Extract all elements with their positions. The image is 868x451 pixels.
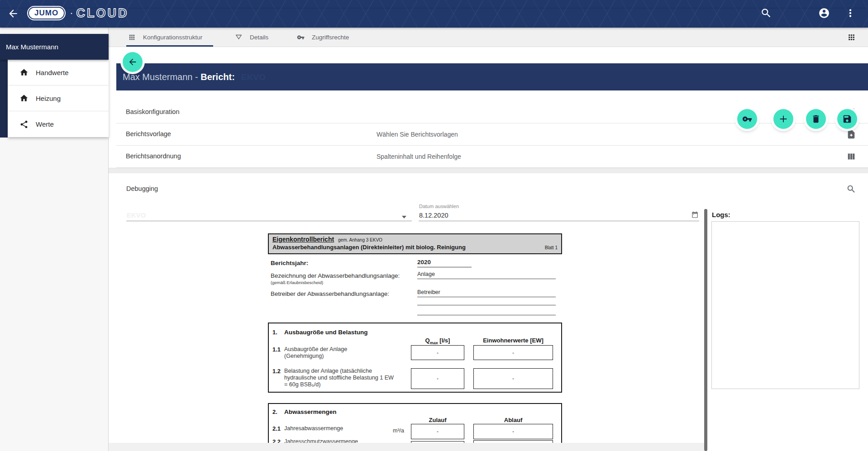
- field-empty-line[interactable]: [417, 305, 556, 305]
- row-unit: m³/a: [393, 427, 404, 434]
- field-label-year: Berichtsjahr:: [271, 260, 308, 266]
- field-value-name[interactable]: Anlage: [417, 271, 556, 279]
- section-title: Abwassermengen: [284, 408, 337, 415]
- date-field-value[interactable]: 8.12.2020: [419, 212, 448, 219]
- field-value-operator[interactable]: Betreiber: [417, 289, 556, 297]
- chevron-down-icon[interactable]: [402, 216, 406, 218]
- home-icon: [19, 94, 29, 103]
- date-field-underline[interactable]: [419, 221, 699, 221]
- logo-separator: ·: [70, 7, 73, 19]
- row-berichtsanordnung[interactable]: Berichtsanordnung Spalteninhalt und Reih…: [116, 146, 868, 168]
- report-select-value[interactable]: EKVO: [127, 211, 146, 219]
- sidebar-user-name: Max Mustermann: [6, 43, 58, 51]
- value-cell[interactable]: -: [411, 368, 464, 389]
- row-label: Jahresabwassermenge: [284, 425, 343, 432]
- home-icon: [19, 68, 29, 77]
- tab-label: Zugriffsrechte: [312, 34, 349, 41]
- report-header-band: Max Mustermann - Bericht:EKVO: [116, 63, 868, 90]
- column-header-zulauf: Zulauf: [411, 417, 464, 423]
- back-button[interactable]: [123, 52, 143, 72]
- grid-icon: [128, 33, 136, 41]
- main-content: Konfigurationsstruktur Details Zugriffsr…: [109, 28, 868, 451]
- row-number: 1.1: [272, 346, 281, 353]
- sidebar-menu: Handwerte Heizung Werte: [8, 60, 109, 137]
- view-column-icon[interactable]: [846, 152, 856, 161]
- save-button[interactable]: [837, 109, 857, 129]
- report-select-underline[interactable]: [126, 221, 412, 221]
- field-value-year[interactable]: 2020: [417, 259, 472, 267]
- account-icon[interactable]: [818, 7, 830, 19]
- filter-icon: [235, 33, 243, 41]
- row-number: 2.1: [272, 425, 281, 432]
- access-rights-button[interactable]: [737, 109, 757, 129]
- report-name-input[interactable]: EKVO: [241, 72, 266, 82]
- report-section-1: 1. Ausbaugröße und Belastung Qmax [l/s] …: [268, 323, 562, 393]
- tab-label: Konfigurationsstruktur: [143, 34, 202, 41]
- add-button[interactable]: [773, 109, 793, 129]
- key-icon: [297, 33, 305, 41]
- row-label: Berichtsvorlage: [126, 130, 171, 138]
- cloud-logo-text: CLOUD: [76, 6, 129, 20]
- jumo-logo-pill: JUMO: [27, 6, 66, 20]
- row-label: Belastung der Anlage (tatsächliche hydra…: [284, 368, 398, 388]
- sidebar-item-handwerte[interactable]: Handwerte: [8, 60, 109, 85]
- tab-konfigurationsstruktur[interactable]: Konfigurationsstruktur: [128, 28, 202, 47]
- field-empty-line[interactable]: [417, 315, 556, 315]
- section-number: 1.: [272, 329, 277, 336]
- date-field-label: Datum auswählen: [419, 204, 459, 209]
- report-preview-document: Eigenkontrollbericht gem. Anhang 3 EKVO …: [268, 233, 562, 451]
- value-cell[interactable]: -: [411, 345, 464, 360]
- sidebar-accent-strip: [0, 60, 8, 138]
- note-add-icon[interactable]: [846, 129, 856, 139]
- section-title: Ausbaugröße und Belastung: [284, 329, 368, 336]
- jumo-logo-text: JUMO: [29, 8, 64, 19]
- sidebar-item-label: Heizung: [36, 95, 61, 102]
- app-window: JUMO · CLOUD Max Mustermann: [0, 0, 868, 451]
- report-doc-subtitle: Abwasserbehandlungsanlagen (Direkteinlei…: [272, 244, 466, 251]
- delete-button[interactable]: [806, 109, 826, 129]
- active-tab-indicator: [126, 45, 213, 47]
- field-label-operator: Betreiber der Abwasserbehandlungsanlage:: [271, 290, 389, 297]
- apps-grid-icon[interactable]: [847, 33, 856, 42]
- section-separator: [109, 168, 868, 173]
- field-label-name: Bezeichnung der Abwasserbehandlungsanlag…: [271, 272, 400, 279]
- value-cell[interactable]: -: [411, 424, 464, 439]
- sidebar-item-heizung[interactable]: Heizung: [8, 85, 109, 111]
- page-title: Max Mustermann - Bericht:EKVO: [123, 72, 266, 82]
- logs-output-box: [711, 221, 859, 389]
- debugging-section-title: Debugging: [126, 185, 158, 192]
- column-header-qmax: Qmax [l/s]: [411, 337, 464, 345]
- search-icon[interactable]: [846, 184, 856, 194]
- page-title-bold: Bericht:: [200, 72, 235, 82]
- logs-label: Logs:: [712, 211, 730, 218]
- back-arrow-icon[interactable]: [7, 8, 19, 19]
- row-berichtsvorlage[interactable]: Berichtsvorlage Wählen Sie Berichtsvorla…: [116, 123, 868, 146]
- tab-bar: Konfigurationsstruktur Details Zugriffsr…: [109, 28, 868, 47]
- report-doc-header: Eigenkontrollbericht gem. Anhang 3 EKVO …: [268, 233, 562, 254]
- column-header-ablauf: Ablauf: [473, 417, 553, 423]
- sidebar-user-header: Max Mustermann: [0, 34, 109, 60]
- row-value[interactable]: Wählen Sie Berichtsvorlagen: [377, 131, 458, 138]
- calendar-icon[interactable]: [691, 211, 699, 218]
- column-header-ew: Einwohnerwerte [EW]: [473, 337, 553, 344]
- vertical-scrollbar[interactable]: [704, 209, 707, 451]
- horizontal-scrollbar[interactable]: [109, 443, 704, 451]
- sidebar-item-werte[interactable]: Werte: [8, 111, 109, 137]
- topbar: JUMO · CLOUD: [0, 0, 868, 28]
- row-value[interactable]: Spalteninhalt und Reihenfolge: [377, 153, 461, 160]
- search-icon[interactable]: [760, 7, 772, 19]
- value-cell[interactable]: -: [473, 368, 553, 389]
- value-cell[interactable]: -: [473, 424, 553, 439]
- sidebar: Max Mustermann Handwerte Heizung Werte: [0, 28, 109, 451]
- more-options-icon[interactable]: [844, 7, 856, 19]
- value-cell[interactable]: -: [473, 345, 553, 360]
- row-number: 1.2: [272, 368, 281, 375]
- tab-details[interactable]: Details: [235, 28, 268, 47]
- sidebar-item-label: Werte: [36, 120, 54, 128]
- tab-zugriffsrechte[interactable]: Zugriffsrechte: [297, 28, 349, 47]
- report-doc-sheet: Blatt 1: [545, 245, 558, 250]
- report-doc-title: Eigenkontrollbericht: [272, 236, 334, 243]
- share-icon: [19, 120, 29, 129]
- field-note-name: (gemäß Erlaubnisbescheid): [271, 280, 323, 285]
- jumo-cloud-logo: JUMO · CLOUD: [27, 6, 129, 20]
